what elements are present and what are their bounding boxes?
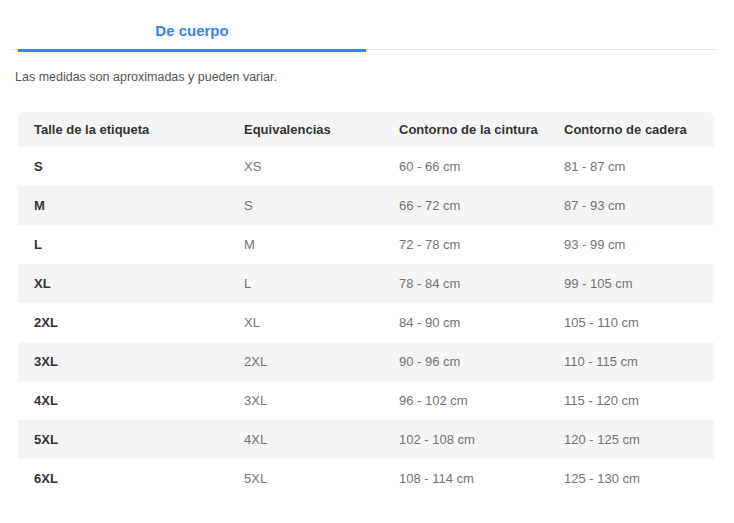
waist-cell: 102 - 108 cm: [383, 420, 548, 459]
size-table-body: SXS60 - 66 cm81 - 87 cmMS66 - 72 cm87 - …: [18, 147, 714, 498]
equivalence-cell: S: [228, 186, 383, 225]
table-row: 5XL4XL102 - 108 cm120 - 125 cm: [18, 420, 714, 459]
table-row: LM72 - 78 cm93 - 99 cm: [18, 225, 714, 264]
waist-cell: 60 - 66 cm: [383, 147, 548, 186]
column-header-waist: Contorno de la cintura: [383, 112, 548, 147]
waist-cell: 90 - 96 cm: [383, 342, 548, 381]
equivalence-cell: XS: [228, 147, 383, 186]
hip-cell: 125 - 130 cm: [548, 459, 714, 498]
table-row: XLL78 - 84 cm99 - 105 cm: [18, 264, 714, 303]
label-size-cell: L: [18, 225, 228, 264]
hip-cell: 99 - 105 cm: [548, 264, 714, 303]
size-guide-panel: De cuerpo Las medidas son aproximadas y …: [0, 0, 734, 523]
tabs-bar: De cuerpo: [0, 0, 734, 52]
hip-cell: 87 - 93 cm: [548, 186, 714, 225]
hip-cell: 120 - 125 cm: [548, 420, 714, 459]
label-size-cell: 3XL: [18, 342, 228, 381]
label-size-cell: XL: [18, 264, 228, 303]
label-size-cell: 6XL: [18, 459, 228, 498]
label-size-cell: S: [18, 147, 228, 186]
equivalence-cell: 4XL: [228, 420, 383, 459]
waist-cell: 84 - 90 cm: [383, 303, 548, 342]
hip-cell: 93 - 99 cm: [548, 225, 714, 264]
hip-cell: 105 - 110 cm: [548, 303, 714, 342]
table-row: 4XL3XL96 - 102 cm115 - 120 cm: [18, 381, 714, 420]
label-size-cell: 5XL: [18, 420, 228, 459]
column-header-label-size: Talle de la etiqueta: [18, 112, 228, 147]
waist-cell: 66 - 72 cm: [383, 186, 548, 225]
table-row: SXS60 - 66 cm81 - 87 cm: [18, 147, 714, 186]
waist-cell: 96 - 102 cm: [383, 381, 548, 420]
equivalence-cell: M: [228, 225, 383, 264]
hip-cell: 115 - 120 cm: [548, 381, 714, 420]
size-table-container: Talle de la etiqueta Equivalencias Conto…: [18, 112, 714, 498]
label-size-cell: 2XL: [18, 303, 228, 342]
size-table-header: Talle de la etiqueta Equivalencias Conto…: [18, 112, 714, 147]
hip-cell: 110 - 115 cm: [548, 342, 714, 381]
equivalence-cell: XL: [228, 303, 383, 342]
table-row: MS66 - 72 cm87 - 93 cm: [18, 186, 714, 225]
equivalence-cell: 5XL: [228, 459, 383, 498]
table-row: 6XL5XL108 - 114 cm125 - 130 cm: [18, 459, 714, 498]
waist-cell: 72 - 78 cm: [383, 225, 548, 264]
equivalence-cell: 2XL: [228, 342, 383, 381]
label-size-cell: 4XL: [18, 381, 228, 420]
hip-cell: 81 - 87 cm: [548, 147, 714, 186]
measurements-note: Las medidas son aproximadas y pueden var…: [15, 70, 277, 84]
waist-cell: 108 - 114 cm: [383, 459, 548, 498]
equivalence-cell: L: [228, 264, 383, 303]
waist-cell: 78 - 84 cm: [383, 264, 548, 303]
label-size-cell: M: [18, 186, 228, 225]
header-row: Talle de la etiqueta Equivalencias Conto…: [18, 112, 714, 147]
size-table: Talle de la etiqueta Equivalencias Conto…: [18, 112, 714, 498]
table-row: 2XLXL84 - 90 cm105 - 110 cm: [18, 303, 714, 342]
column-header-hip: Contorno de cadera: [548, 112, 714, 147]
equivalence-cell: 3XL: [228, 381, 383, 420]
table-row: 3XL2XL90 - 96 cm110 - 115 cm: [18, 342, 714, 381]
tab-de-cuerpo[interactable]: De cuerpo: [18, 22, 366, 52]
column-header-equivalence: Equivalencias: [228, 112, 383, 147]
